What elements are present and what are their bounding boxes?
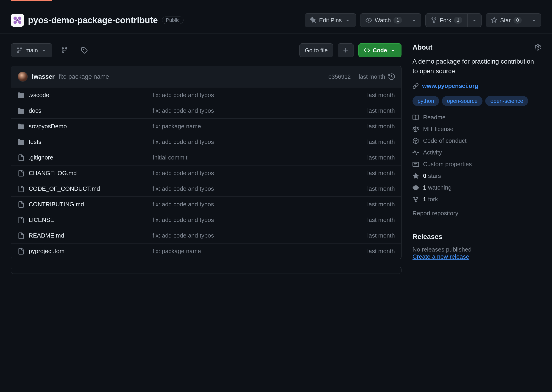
add-file-button[interactable] — [338, 43, 354, 57]
branch-select-button[interactable]: main — [11, 43, 52, 57]
releases-heading[interactable]: Releases — [413, 233, 541, 240]
code-button[interactable]: Code — [358, 43, 402, 57]
file-row[interactable]: CHANGELOG.mdfix: add code and typoslast … — [11, 166, 401, 181]
file-row[interactable]: .vscodefix: add code and typoslast month — [11, 87, 401, 103]
forks-link[interactable]: 1 fork — [413, 196, 541, 203]
file-time: last month — [367, 91, 395, 99]
file-name[interactable]: CODE_OF_CONDUCT.md — [29, 185, 148, 192]
file-name[interactable]: tests — [29, 138, 148, 146]
activity-link[interactable]: Activity — [413, 149, 541, 156]
watching-link[interactable]: 1 watching — [413, 184, 541, 191]
file-time: last month — [367, 248, 395, 255]
about-description: A demo package for practicing contributi… — [413, 57, 541, 76]
file-commit-message[interactable]: fix: package name — [152, 248, 363, 255]
commit-message[interactable]: fix: package name — [59, 73, 109, 80]
license-link[interactable]: MIT license — [413, 126, 541, 133]
readme-link[interactable]: Readme — [413, 114, 541, 121]
file-time: last month — [367, 154, 395, 161]
file-time: last month — [367, 107, 395, 114]
coc-link[interactable]: Code of conduct — [413, 137, 541, 144]
latest-commit-row[interactable]: lwasser fix: package name e356912 · last… — [11, 66, 401, 87]
edit-pins-button[interactable]: Edit Pins — [305, 13, 356, 27]
file-row[interactable]: CODE_OF_CONDUCT.mdfix: add code and typo… — [11, 181, 401, 197]
file-commit-message[interactable]: fix: add code and typos — [152, 91, 363, 99]
file-name[interactable]: src/pyosDemo — [29, 123, 148, 130]
report-repo-link[interactable]: Report repository — [413, 210, 541, 217]
file-icon — [18, 170, 24, 176]
file-commit-message[interactable]: fix: add code and typos — [152, 232, 363, 239]
star-dropdown-button[interactable] — [527, 13, 541, 27]
stars-link[interactable]: 0 stars — [413, 172, 541, 180]
edit-pins-label: Edit Pins — [319, 17, 342, 24]
fork-button[interactable]: Fork 1 — [425, 13, 468, 27]
file-name[interactable]: .vscode — [29, 91, 148, 99]
file-name[interactable]: .gitignore — [29, 154, 148, 161]
file-row[interactable]: LICENSEfix: add code and typoslast month — [11, 212, 401, 228]
custom-props-link[interactable]: Custom properties — [413, 161, 541, 168]
repo-name[interactable]: pyos-demo-package-contribute — [28, 15, 158, 25]
file-commit-message[interactable]: Initial commit — [152, 154, 363, 161]
file-row[interactable]: docsfix: add code and typoslast month — [11, 103, 401, 119]
file-commit-message[interactable]: fix: add code and typos — [152, 107, 363, 114]
watch-button-group: Watch 1 — [360, 13, 421, 27]
star-label: Star — [500, 17, 511, 24]
law-icon — [413, 126, 419, 133]
file-row[interactable]: README.mdfix: add code and typoslast mon… — [11, 228, 401, 244]
commit-sha[interactable]: e356912 — [328, 73, 351, 80]
file-commit-message[interactable]: fix: add code and typos — [152, 217, 363, 224]
file-commit-message[interactable]: fix: package name — [152, 123, 363, 130]
gear-icon[interactable] — [535, 44, 541, 50]
topic-tag[interactable]: python — [413, 96, 439, 106]
file-commit-message[interactable]: fix: add code and typos — [152, 170, 363, 177]
branches-button[interactable] — [57, 43, 72, 57]
plus-icon — [343, 47, 349, 54]
website-link[interactable]: www.pyopensci.org — [422, 82, 478, 90]
commit-author-name[interactable]: lwasser — [32, 73, 55, 80]
watch-count: 1 — [393, 17, 402, 24]
file-row[interactable]: src/pyosDemofix: package namelast month — [11, 119, 401, 134]
no-releases-text: No releases published — [413, 246, 541, 253]
fork-dropdown-button[interactable] — [468, 13, 482, 27]
coc-icon — [413, 138, 419, 144]
go-to-file-button[interactable]: Go to file — [299, 43, 333, 57]
watch-dropdown-button[interactable] — [407, 13, 421, 27]
file-panel: lwasser fix: package name e356912 · last… — [11, 66, 401, 259]
file-commit-message[interactable]: fix: add code and typos — [152, 138, 363, 146]
file-name[interactable]: README.md — [29, 232, 148, 239]
caret-down-icon — [390, 47, 396, 54]
repo-owner-avatar[interactable] — [11, 14, 24, 27]
book-icon — [413, 114, 419, 121]
file-time: last month — [367, 185, 395, 192]
star-icon — [413, 173, 419, 179]
pyos-logo-icon — [12, 15, 23, 26]
file-name[interactable]: docs — [29, 107, 148, 114]
history-icon[interactable] — [388, 73, 395, 80]
file-name[interactable]: LICENSE — [29, 217, 148, 224]
commit-author-avatar[interactable] — [18, 72, 28, 82]
file-icon — [18, 154, 24, 161]
file-row[interactable]: testsfix: add code and typoslast month — [11, 134, 401, 150]
file-name[interactable]: CONTRIBUTING.md — [29, 201, 148, 208]
file-icon — [18, 201, 24, 208]
create-release-link[interactable]: Create a new release — [413, 253, 469, 260]
file-commit-message[interactable]: fix: add code and typos — [152, 201, 363, 208]
pulse-icon — [413, 149, 419, 156]
file-icon — [18, 217, 24, 223]
about-heading: About — [413, 43, 433, 51]
watch-button[interactable]: Watch 1 — [360, 13, 407, 27]
file-row[interactable]: .gitignoreInitial commitlast month — [11, 150, 401, 166]
star-button[interactable]: Star 0 — [486, 13, 527, 27]
topic-tag[interactable]: open-source — [442, 96, 483, 106]
file-commit-message[interactable]: fix: add code and typos — [152, 185, 363, 192]
file-row[interactable]: pyproject.tomlfix: package namelast mont… — [11, 244, 401, 259]
file-name[interactable]: pyproject.toml — [29, 248, 148, 255]
caret-down-icon — [531, 17, 537, 23]
file-row[interactable]: CONTRIBUTING.mdfix: add code and typosla… — [11, 197, 401, 212]
file-name[interactable]: CHANGELOG.md — [29, 170, 148, 177]
topic-tag[interactable]: open-science — [485, 96, 528, 106]
fork-button-group: Fork 1 — [425, 13, 482, 27]
tags-button[interactable] — [77, 43, 92, 57]
branch-name: main — [26, 47, 38, 54]
caret-down-icon — [471, 17, 478, 23]
link-icon — [413, 83, 419, 89]
